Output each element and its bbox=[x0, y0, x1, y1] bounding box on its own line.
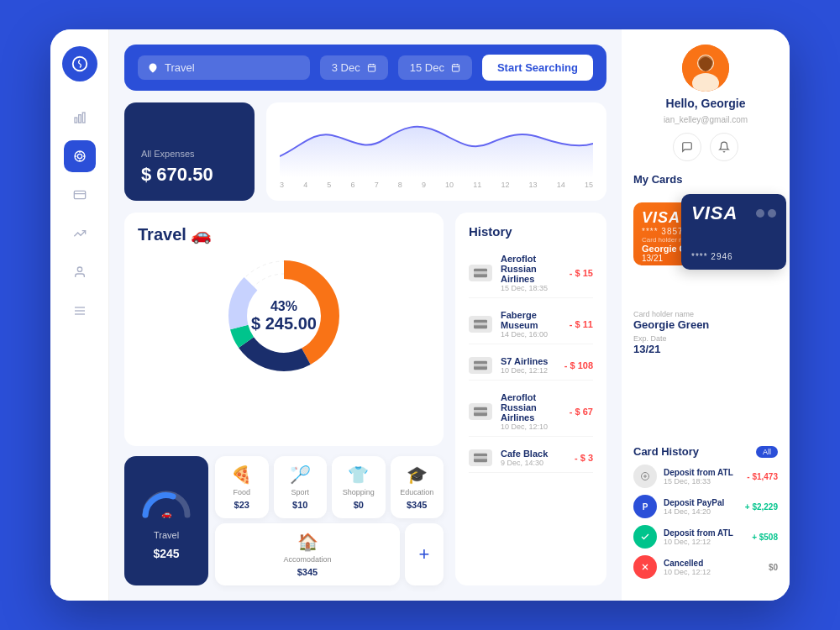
history-title: History bbox=[469, 224, 593, 239]
svg-text:🚗: 🚗 bbox=[161, 508, 172, 519]
category-shopping[interactable]: 👕 Shopping $0 bbox=[332, 456, 386, 518]
sport-icon: 🏸 bbox=[290, 465, 311, 485]
sidebar-logo[interactable] bbox=[62, 46, 97, 81]
history-panel: History Aeroflot Russian Airlines 15 Dec… bbox=[455, 213, 606, 585]
history-item-1[interactable]: Aeroflot Russian Airlines 15 Dec, 18:35 … bbox=[469, 249, 593, 298]
card-history-item-2[interactable]: P Deposit PayPal 14 Dec, 14:20 + $2,229 bbox=[633, 495, 778, 518]
accomodation-amount: $345 bbox=[297, 567, 318, 577]
orange-card-brand: VISA bbox=[642, 209, 680, 227]
ch-icon-2: P bbox=[633, 495, 657, 518]
ch-amount-3: + $508 bbox=[752, 533, 778, 542]
categories-container: 🚗 Travel $245 🍕 Food $23 🏸 Sp bbox=[124, 456, 444, 585]
history-info-1: Aeroflot Russian Airlines 15 Dec, 18:35 bbox=[501, 254, 561, 292]
shopping-icon: 👕 bbox=[348, 465, 369, 485]
svg-rect-36 bbox=[474, 323, 487, 325]
profile-greeting: Hello, Georgie bbox=[666, 97, 746, 110]
category-education[interactable]: 🎓 Education $345 bbox=[391, 456, 444, 518]
svg-rect-40 bbox=[474, 410, 487, 412]
history-info-3: S7 Airlines 10 Dec, 12:12 bbox=[501, 356, 556, 375]
history-item-2[interactable]: Faberge Museum 14 Dec, 16:00 - $ 11 bbox=[469, 305, 593, 344]
svg-rect-2 bbox=[78, 115, 81, 123]
profile-actions bbox=[673, 133, 738, 161]
message-button[interactable] bbox=[673, 133, 701, 161]
expense-card: All Expenses $ 670.50 bbox=[124, 102, 255, 201]
history-icon-2 bbox=[469, 316, 492, 333]
dark-card-brand: VISA bbox=[691, 202, 738, 224]
history-icon-4 bbox=[469, 403, 492, 420]
history-item-3[interactable]: S7 Airlines 10 Dec, 12:12 - $ 108 bbox=[469, 351, 593, 381]
card-history-section: Card History All Deposit from ATL 15 Dec… bbox=[633, 445, 778, 585]
travel-emoji: 🚗 bbox=[191, 225, 212, 244]
sport-amount: $10 bbox=[292, 500, 307, 510]
history-item-5[interactable]: Cafe Black 9 Dec, 14:30 - $ 3 bbox=[469, 444, 593, 473]
right-sidebar: Hello, Georgie ian_kelley@gmail.com My C… bbox=[622, 29, 790, 601]
history-amount-3: - $ 108 bbox=[564, 360, 593, 370]
category-accomodation[interactable]: 🏠 Accomodation $345 bbox=[215, 523, 400, 585]
svg-rect-1 bbox=[75, 118, 77, 123]
dark-card[interactable]: VISA **** 2946 bbox=[681, 194, 786, 270]
sidebar-item-chart[interactable] bbox=[64, 102, 96, 134]
card-exp: 13/21 bbox=[633, 343, 778, 355]
travel-search-field[interactable]: Travel bbox=[138, 55, 310, 80]
cards-container: VISA **** 3857 Card holder name Georgie … bbox=[633, 194, 778, 303]
date-to: 15 Dec bbox=[410, 61, 444, 74]
history-icon-1 bbox=[469, 265, 492, 281]
sidebar-item-target[interactable] bbox=[64, 140, 96, 172]
start-searching-button[interactable]: Start Searching bbox=[482, 55, 593, 81]
shopping-amount: $0 bbox=[354, 500, 364, 510]
travel-title: Travel 🚗 bbox=[138, 224, 430, 244]
history-amount-2: - $ 11 bbox=[570, 319, 593, 329]
date-to-field[interactable]: 15 Dec bbox=[398, 55, 472, 80]
avatar bbox=[682, 45, 729, 92]
category-food[interactable]: 🍕 Food $23 bbox=[215, 456, 269, 518]
card-history-item-1[interactable]: Deposit from ATL 15 Dec, 18:33 - $1,473 bbox=[633, 465, 778, 488]
card-holder-section: Card holder name Georgie Green Exp. Date… bbox=[633, 310, 778, 355]
history-info-2: Faberge Museum 14 Dec, 16:00 bbox=[501, 310, 561, 339]
ch-info-3: Deposit from ATL 10 Dec, 12:12 bbox=[664, 528, 745, 546]
dark-card-number: **** 2946 bbox=[691, 252, 776, 261]
food-label: Food bbox=[233, 488, 250, 496]
ch-amount-2: + $2,229 bbox=[745, 502, 778, 512]
history-amount-1: - $ 15 bbox=[570, 268, 593, 278]
history-icon-5 bbox=[469, 449, 492, 466]
sidebar-item-user[interactable] bbox=[64, 256, 96, 288]
main-content: Travel 3 Dec 15 Dec Start Searching All … bbox=[109, 29, 622, 601]
chart-x-labels: 3456789101112131415 bbox=[280, 181, 593, 189]
food-amount: $23 bbox=[234, 500, 249, 510]
accomodation-icon: 🏠 bbox=[297, 532, 318, 552]
notification-button[interactable] bbox=[710, 133, 738, 161]
sidebar-item-card[interactable] bbox=[64, 179, 96, 211]
svg-rect-21 bbox=[452, 65, 459, 71]
card-history-item-4[interactable]: Cancelled 10 Dec, 12:12 $0 bbox=[633, 555, 778, 579]
add-category-button[interactable]: + bbox=[405, 523, 444, 585]
donut-label: 43% $ 245.00 bbox=[251, 299, 317, 333]
left-panel: Travel 🚗 bbox=[124, 213, 444, 585]
education-label: Education bbox=[400, 488, 433, 496]
sidebar-item-list[interactable] bbox=[64, 295, 96, 327]
date-from-field[interactable]: 3 Dec bbox=[320, 55, 388, 80]
chart-area: 3456789101112131415 bbox=[266, 102, 606, 201]
history-icon-3 bbox=[469, 357, 492, 374]
travel-section: Travel 🚗 bbox=[124, 213, 444, 446]
card-history-title: Card History bbox=[633, 445, 699, 458]
card-history-header: Card History All bbox=[633, 445, 778, 458]
expense-label: All Expenses bbox=[141, 149, 238, 159]
profile-section: Hello, Georgie ian_kelley@gmail.com bbox=[633, 45, 778, 161]
card-history-item-3[interactable]: Deposit from ATL 10 Dec, 12:12 + $508 bbox=[633, 525, 778, 549]
sport-label: Sport bbox=[291, 488, 309, 496]
history-amount-5: - $ 3 bbox=[575, 453, 593, 463]
svg-rect-42 bbox=[474, 456, 487, 459]
history-info-5: Cafe Black 9 Dec, 14:30 bbox=[501, 449, 566, 467]
travel-card-amount: $245 bbox=[153, 547, 179, 560]
card-holder-label: Card holder name bbox=[633, 310, 778, 318]
sidebar-item-trend[interactable] bbox=[64, 218, 96, 249]
my-cards-section: My Cards VISA **** 3857 Card holder name… bbox=[633, 173, 778, 433]
ch-amount-4: $0 bbox=[769, 563, 778, 572]
svg-rect-38 bbox=[474, 364, 487, 366]
ch-info-2: Deposit PayPal 14 Dec, 14:20 bbox=[664, 498, 738, 516]
ch-amount-1: - $1,473 bbox=[747, 472, 778, 481]
all-badge[interactable]: All bbox=[756, 446, 778, 458]
history-item-4[interactable]: Aeroflot Russian Airlines 10 Dec, 12:10 … bbox=[469, 387, 593, 437]
history-amount-4: - $ 67 bbox=[570, 407, 593, 417]
category-sport[interactable]: 🏸 Sport $10 bbox=[274, 456, 328, 518]
